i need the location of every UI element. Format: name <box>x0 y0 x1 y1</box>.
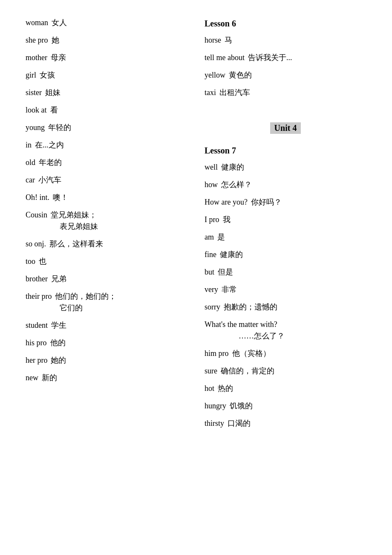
english-look_at: look at <box>26 106 47 114</box>
english-student: student <box>26 321 48 330</box>
vocab-entry-look_at: look at看 <box>26 104 187 116</box>
chinese-horse: 马 <box>225 36 232 44</box>
english-fine: fine <box>205 250 216 259</box>
chinese-sure: 确信的，肯定的 <box>221 367 274 375</box>
chinese-her: 她的 <box>51 356 66 364</box>
left-column: woman女人she pro她mother母亲girl女孩sister姐妹loo… <box>26 17 196 435</box>
vocab-entry-too: too也 <box>26 256 187 267</box>
english-am: am <box>205 233 214 241</box>
chinese-sister: 姐妹 <box>45 88 61 97</box>
vocab-entry-tell_me_about: tell me about告诉我关于... <box>205 52 366 64</box>
vocab-entry-him: him pro他（宾格） <box>205 348 366 359</box>
chinese-too: 也 <box>39 257 46 266</box>
english-new: new <box>26 373 38 382</box>
english-hungry: hungry <box>205 402 226 410</box>
english-so: so onj. <box>26 240 46 248</box>
vocab-entry-how: how怎么样？ <box>205 179 366 191</box>
english-his: his pro <box>26 338 47 347</box>
vocab-entry-but: but但是 <box>205 266 366 278</box>
english-brother: brother <box>26 275 48 283</box>
chinese-their: 他们的，她们的； <box>55 292 116 301</box>
english-but: but <box>205 268 214 276</box>
chinese-girl: 女孩 <box>40 71 55 79</box>
vocab-entry-well: well健康的 <box>205 162 366 173</box>
english-old: old <box>26 158 35 167</box>
vocab-entry-so: so onj.那么，这样看来 <box>26 238 187 250</box>
english-in: in <box>26 141 32 149</box>
vocab-entry-new: new新的 <box>26 372 187 384</box>
english-too: too <box>26 257 35 266</box>
chinese-sorry: 抱歉的；遗憾的 <box>224 303 277 311</box>
vocab-entry-thirsty: thirsty口渴的 <box>205 418 366 429</box>
english-whats_the_matter: What's the matter with? <box>205 320 277 329</box>
subline-whats_the_matter: ……怎么了？ <box>239 330 366 342</box>
vocab-entry-sister: sister姐妹 <box>26 87 187 98</box>
vocab-entry-car: car小汽车 <box>26 174 187 186</box>
chinese-am: 是 <box>217 233 225 241</box>
vocab-entry-hungry: hungry饥饿的 <box>205 400 366 412</box>
chinese-how_are_you: 你好吗？ <box>251 198 282 206</box>
vocab-entry-fine: fine健康的 <box>205 249 366 260</box>
page-content: woman女人she pro她mother母亲girl女孩sister姐妹loo… <box>26 17 366 435</box>
vocab-entry-sorry: sorry抱歉的；遗憾的 <box>205 301 366 313</box>
vocab-entry-his: his pro他的 <box>26 337 187 349</box>
vocab-entry-brother: brother兄弟 <box>26 273 187 285</box>
english-taxi: taxi <box>205 88 216 97</box>
chinese-hot: 热的 <box>218 384 233 393</box>
vocab-entry-sure: sure确信的，肯定的 <box>205 365 366 377</box>
vocab-entry-i: I pro我 <box>205 214 366 225</box>
english-him: him pro <box>205 349 229 358</box>
vocab-entry-her: her pro她的 <box>26 355 187 366</box>
english-she: she pro <box>26 36 48 44</box>
vocab-entry-whats_the_matter: What's the matter with?……怎么了？ <box>205 319 366 342</box>
chinese-student: 学生 <box>51 321 66 330</box>
lesson7-heading: Lesson 7 <box>205 146 366 156</box>
chinese-yellow: 黄色的 <box>229 71 252 79</box>
subline-cousin: 表兄弟姐妹 <box>60 221 187 232</box>
chinese-cousin: 堂兄弟姐妹； <box>51 211 97 219</box>
chinese-thirsty: 口渴的 <box>228 419 251 428</box>
english-mother: mother <box>26 53 47 62</box>
english-yellow: yellow <box>205 71 225 79</box>
english-car: car <box>26 176 35 184</box>
chinese-look_at: 看 <box>50 106 58 114</box>
vocab-entry-young: young年轻的 <box>26 122 187 133</box>
english-well: well <box>205 163 218 171</box>
chinese-very: 非常 <box>222 285 237 294</box>
lesson6-heading: Lesson 6 <box>205 19 366 29</box>
vocab-entry-she: she pro她 <box>26 35 187 46</box>
vocab-entry-their: their pro他们的，她们的；它们的 <box>26 291 187 314</box>
subline-their: 它们的 <box>60 302 187 314</box>
vocab-entry-taxi: taxi出租汽车 <box>205 87 366 98</box>
vocab-entry-very: very非常 <box>205 284 366 295</box>
right-column: Lesson 6horse马tell me about告诉我关于...yello… <box>196 17 366 435</box>
english-cousin: Cousin <box>26 211 47 219</box>
vocab-entry-horse: horse马 <box>205 35 366 46</box>
vocab-entry-old: old年老的 <box>26 157 187 168</box>
vocab-entry-how_are_you: How are you?你好吗？ <box>205 197 366 208</box>
english-hot: hot <box>205 384 214 393</box>
chinese-but: 但是 <box>218 268 233 276</box>
english-how_are_you: How are you? <box>205 198 248 206</box>
chinese-brother: 兄弟 <box>51 275 66 283</box>
unit4-heading: Unit 4 <box>270 122 301 134</box>
english-young: young <box>26 123 45 132</box>
vocab-entry-hot: hot热的 <box>205 383 366 394</box>
english-sorry: sorry <box>205 303 220 311</box>
chinese-him: 他（宾格） <box>232 349 271 358</box>
vocab-entry-cousin: Cousin堂兄弟姐妹；表兄弟姐妹 <box>26 209 187 232</box>
vocab-entry-oh: Oh! int.噢！ <box>26 192 187 203</box>
chinese-car: 小汽车 <box>38 176 61 184</box>
english-her: her pro <box>26 356 47 364</box>
chinese-well: 健康的 <box>221 163 244 171</box>
english-woman: woman <box>26 18 48 27</box>
chinese-taxi: 出租汽车 <box>219 88 250 97</box>
english-their: their pro <box>26 292 52 301</box>
vocab-entry-yellow: yellow黄色的 <box>205 69 366 81</box>
chinese-how: 怎么样？ <box>221 180 252 189</box>
vocab-entry-mother: mother母亲 <box>26 52 187 64</box>
vocab-entry-student: student学生 <box>26 320 187 331</box>
chinese-woman: 女人 <box>52 18 67 27</box>
chinese-young: 年轻的 <box>48 123 71 132</box>
chinese-in: 在...之内 <box>35 141 64 149</box>
